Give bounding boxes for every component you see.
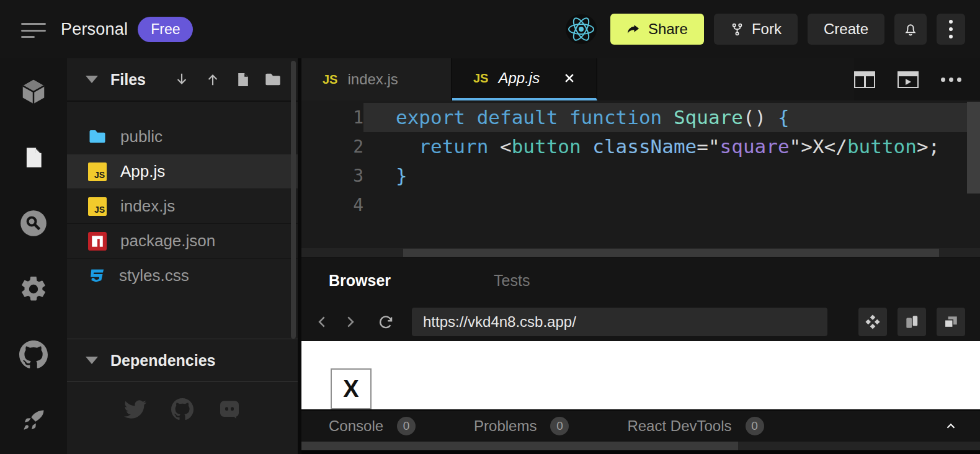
share-icon	[626, 22, 641, 37]
code-lines: 1export default function Square() {2 ret…	[301, 103, 980, 220]
tab-browser[interactable]: Browser	[329, 272, 391, 290]
bottom-scrollbar[interactable]	[301, 442, 980, 450]
file-row-public[interactable]: public	[67, 119, 298, 154]
console-tab[interactable]: Console 0	[329, 417, 416, 435]
file-row-appjs[interactable]: JS App.js	[67, 154, 298, 189]
workspace-name[interactable]: Personal	[61, 20, 128, 39]
editor-horizontal-scrollbar[interactable]	[403, 249, 939, 257]
discord-icon[interactable]	[218, 398, 241, 422]
javascript-file-icon: JS	[88, 197, 107, 216]
share-label: Share	[648, 20, 688, 38]
new-folder-icon[interactable]	[264, 71, 282, 88]
console-count-badge: 0	[397, 417, 416, 435]
top-header: Personal Free Share	[0, 0, 980, 58]
search-icon[interactable]	[16, 206, 51, 241]
preview-pane-icon[interactable]	[898, 71, 919, 88]
tab-indexjs[interactable]: JS index.js	[301, 58, 452, 100]
preview-panel-tabs: Browser Tests	[301, 257, 980, 303]
main-body: Files	[0, 58, 980, 454]
tab-tests[interactable]: Tests	[494, 272, 530, 290]
download-icon[interactable]	[173, 71, 190, 88]
file-name: App.js	[120, 162, 165, 181]
sandbox-cube-icon[interactable]	[16, 74, 51, 109]
open-new-window-icon[interactable]	[937, 308, 965, 336]
chevron-down-icon	[86, 76, 98, 83]
more-options-button[interactable]	[937, 14, 965, 45]
bottom-edge	[301, 450, 980, 454]
explorer-file-icon[interactable]	[16, 140, 51, 175]
fork-label: Fork	[752, 20, 782, 38]
editor-tabbar: JS index.js JS App.js	[301, 58, 980, 100]
code-line[interactable]: 3}	[301, 161, 980, 190]
tab-appjs[interactable]: JS App.js	[452, 58, 597, 100]
file-name: public	[120, 127, 163, 146]
forward-icon[interactable]	[336, 308, 363, 336]
file-row-packagejson[interactable]: package.json	[67, 223, 298, 258]
menu-icon[interactable]	[21, 23, 46, 38]
settings-gear-icon[interactable]	[16, 272, 51, 306]
back-icon[interactable]	[309, 308, 336, 336]
plan-badge: Free	[138, 17, 193, 42]
file-row-indexjs[interactable]: JS index.js	[67, 189, 298, 223]
browser-actions	[858, 308, 965, 336]
problems-label: Problems	[474, 417, 537, 435]
bell-icon	[902, 21, 919, 37]
code-text: export default function Square() {	[363, 103, 980, 132]
file-name: styles.css	[119, 266, 189, 285]
create-label: Create	[824, 20, 868, 38]
square-x-button[interactable]: X	[331, 368, 372, 409]
files-section-header[interactable]: Files	[67, 58, 298, 102]
share-button[interactable]: Share	[610, 14, 704, 45]
bottom-scrollbar-thumb[interactable]	[301, 442, 738, 450]
react-devtools-tab[interactable]: React DevTools 0	[627, 417, 764, 435]
tab-label: App.js	[498, 69, 540, 87]
create-button[interactable]: Create	[808, 14, 884, 45]
upload-icon[interactable]	[204, 71, 221, 88]
more-editor-options-icon[interactable]	[941, 78, 961, 82]
chevron-down-icon	[86, 357, 98, 364]
code-text: }	[363, 161, 980, 190]
code-line[interactable]: 4	[301, 190, 980, 220]
file-row-stylescss[interactable]: styles.css	[67, 258, 298, 293]
devtools-bar: Console 0 Problems 0 React DevTools 0	[301, 409, 980, 442]
social-links	[67, 398, 298, 422]
github-icon[interactable]	[16, 337, 51, 372]
file-list: public JS App.js JS index.js package.jso…	[67, 102, 298, 293]
rocket-deploy-icon[interactable]	[16, 403, 51, 438]
code-editor[interactable]: 1export default function Square() {2 ret…	[301, 100, 980, 257]
split-browser-icon[interactable]	[898, 308, 926, 336]
problems-count-badge: 0	[550, 417, 569, 435]
refresh-icon[interactable]	[372, 308, 399, 336]
file-explorer: Files	[67, 58, 298, 454]
devtools-grid-icon[interactable]	[858, 308, 887, 336]
code-line[interactable]: 1export default function Square() {	[301, 103, 980, 132]
code-text: return <button className="square">X</but…	[363, 132, 980, 161]
header-actions: Share Fork Create	[566, 14, 965, 45]
js-file-icon: JS	[473, 71, 488, 86]
code-text	[363, 190, 980, 220]
files-section-title: Files	[110, 71, 146, 89]
split-view-icon[interactable]	[854, 71, 875, 88]
explorer-scrollbar[interactable]	[291, 61, 296, 339]
fork-button[interactable]: Fork	[714, 14, 798, 45]
dependencies-section-header[interactable]: Dependencies	[67, 339, 298, 382]
code-line[interactable]: 2 return <button className="square">X</b…	[301, 132, 980, 161]
expand-panel-chevron-icon[interactable]	[944, 419, 958, 433]
react-logo-icon	[566, 14, 597, 44]
problems-tab[interactable]: Problems 0	[474, 417, 569, 435]
new-file-icon[interactable]	[235, 72, 251, 87]
close-tab-icon[interactable]	[563, 72, 576, 84]
line-number: 2	[301, 132, 363, 161]
react-devtools-count-badge: 0	[746, 417, 764, 435]
address-bar-input[interactable]	[412, 308, 827, 336]
activity-bar	[0, 58, 67, 454]
github-social-icon[interactable]	[171, 398, 194, 422]
twitter-icon[interactable]	[124, 398, 146, 422]
line-number: 1	[301, 103, 363, 132]
browser-navbar	[301, 303, 980, 341]
dependencies-section-title: Dependencies	[110, 352, 216, 370]
editor-vertical-scrollbar[interactable]	[967, 102, 980, 194]
notifications-button[interactable]	[894, 14, 927, 45]
line-number: 3	[301, 161, 363, 190]
folder-icon	[88, 127, 107, 146]
